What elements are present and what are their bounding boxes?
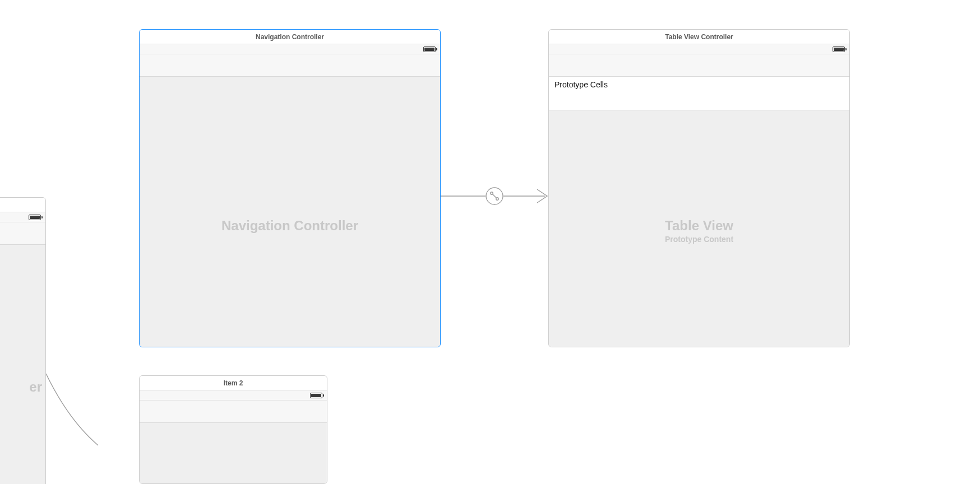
status-bar <box>549 44 849 54</box>
navigation-controller-scene[interactable]: Navigation Controller Navigation Control… <box>139 29 441 347</box>
connector-curve <box>45 373 146 457</box>
content-area <box>140 423 327 483</box>
nav-bar <box>140 54 440 77</box>
nav-bar <box>549 54 849 77</box>
status-bar <box>140 44 440 54</box>
status-bar <box>140 390 327 401</box>
scene-title: Item 2 <box>140 376 327 390</box>
svg-point-3 <box>496 198 498 200</box>
status-bar <box>0 212 45 222</box>
placeholder-suffix: er <box>0 379 45 395</box>
nav-bar <box>0 222 45 245</box>
content-area: Navigation Controller <box>140 77 440 347</box>
tableview-placeholder-title: Table View <box>549 218 849 234</box>
svg-line-4 <box>493 194 497 198</box>
nav-bar <box>140 401 327 423</box>
scene-title <box>0 198 45 212</box>
battery-icon <box>423 46 436 52</box>
scene-title: Navigation Controller <box>140 30 440 44</box>
battery-icon <box>310 393 322 398</box>
segue-arrow[interactable] <box>441 179 551 213</box>
svg-point-2 <box>491 192 493 194</box>
battery-icon <box>833 46 845 52</box>
table-content-area: Table View Prototype Content <box>549 110 849 347</box>
table-view-controller-scene[interactable]: Table View Controller Prototype Cells Ta… <box>548 29 850 347</box>
placeholder-text: Navigation Controller <box>140 218 440 234</box>
prototype-cells-header[interactable]: Prototype Cells <box>549 77 849 110</box>
scene-title: Table View Controller <box>549 30 849 44</box>
battery-icon <box>29 215 41 220</box>
item2-scene[interactable]: Item 2 <box>139 375 327 484</box>
svg-point-1 <box>486 188 503 204</box>
tableview-placeholder-subtitle: Prototype Content <box>549 235 849 244</box>
content-area: er <box>0 245 45 484</box>
partial-left-scene[interactable]: er <box>0 197 46 484</box>
